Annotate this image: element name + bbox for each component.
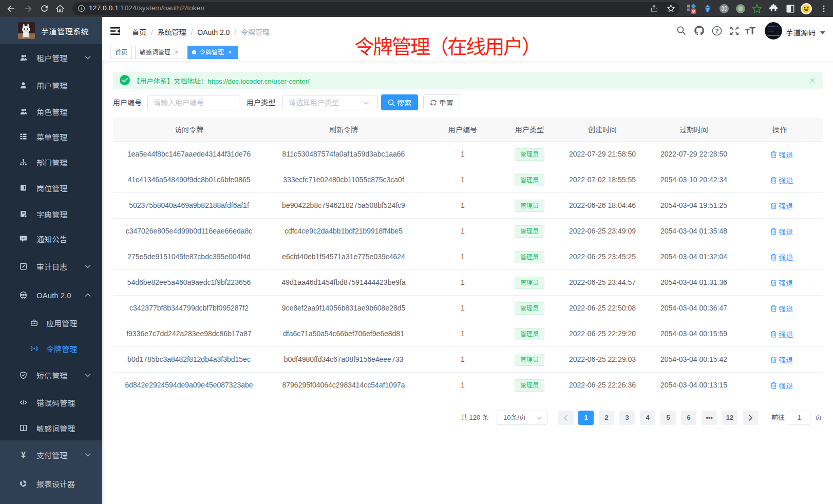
svg-text:9: 9 bbox=[692, 8, 695, 13]
svg-text:T: T bbox=[749, 26, 755, 36]
svg-text:?: ? bbox=[715, 28, 718, 34]
svg-text:¥: ¥ bbox=[21, 451, 26, 459]
svg-text:⌘: ⌘ bbox=[721, 5, 727, 12]
